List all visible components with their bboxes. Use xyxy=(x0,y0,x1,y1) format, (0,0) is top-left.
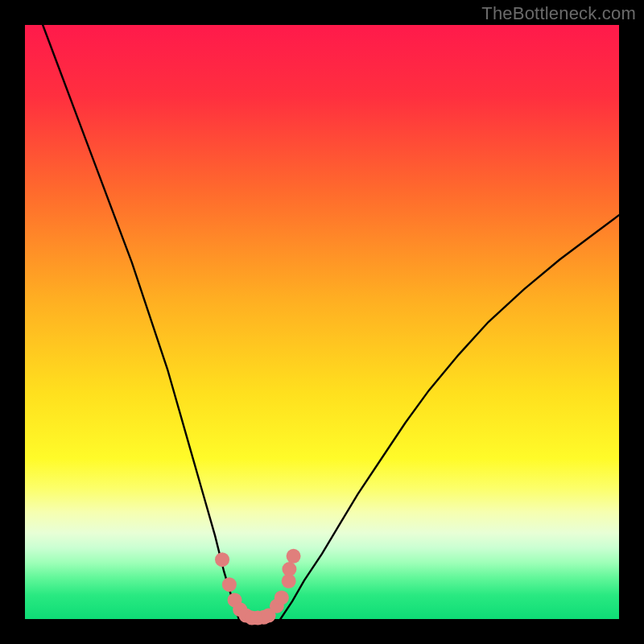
watermark-text: TheBottleneck.com xyxy=(481,3,636,24)
marker-point xyxy=(215,552,229,567)
marker-point xyxy=(287,549,301,564)
chart-frame: TheBottleneck.com xyxy=(0,0,644,644)
marker-point xyxy=(275,590,289,605)
plot-background xyxy=(25,25,619,619)
marker-point xyxy=(282,562,296,576)
bottleneck-chart xyxy=(0,0,644,644)
marker-point xyxy=(222,577,237,592)
